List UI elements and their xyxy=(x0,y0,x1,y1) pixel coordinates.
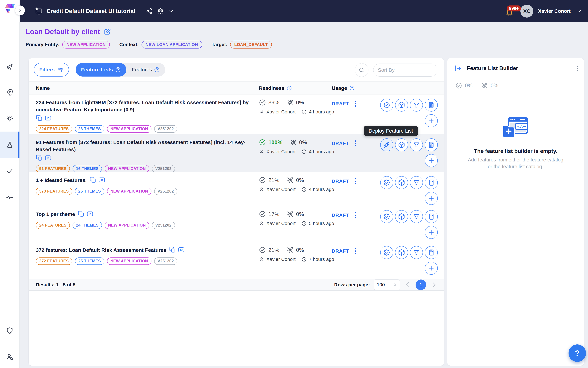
row-menu-kebab-icon[interactable] xyxy=(354,100,357,107)
copy-icon[interactable] xyxy=(169,246,176,253)
entity-badge: NEW APPLICATION xyxy=(107,188,151,195)
row-menu-kebab-icon[interactable] xyxy=(354,212,357,219)
add-to-builder-button[interactable] xyxy=(425,154,438,167)
filter-funnel-button[interactable] xyxy=(410,246,423,259)
add-to-builder-button[interactable] xyxy=(425,262,438,275)
usage-value: 0% xyxy=(296,211,304,217)
cube-icon xyxy=(398,141,405,148)
row-menu-kebab-icon[interactable] xyxy=(354,177,357,185)
id-badge-icon[interactable] xyxy=(45,155,52,161)
settings-gear-icon[interactable] xyxy=(157,8,164,15)
share-icon[interactable] xyxy=(146,8,153,15)
readiness-check-circle-icon xyxy=(259,246,266,254)
compute-calculator-button[interactable] xyxy=(425,176,438,189)
governance-shield-icon[interactable] xyxy=(6,327,14,334)
id-badge-icon[interactable] xyxy=(87,211,93,217)
updated-time: 7 hours ago xyxy=(309,257,334,262)
builder-bar-arrow-icon[interactable] xyxy=(454,64,462,73)
compute-calculator-button[interactable] xyxy=(425,246,438,259)
tab-features[interactable]: Features xyxy=(126,63,165,76)
feature-list-name[interactable]: Top 1 per theme xyxy=(36,211,75,217)
table-row[interactable]: Top 1 per theme 24 FEATURES 24 THEMES NE… xyxy=(29,206,444,242)
quality-rosette-button[interactable] xyxy=(380,176,393,189)
cube-icon xyxy=(398,249,405,256)
results-count: Results: 1 - 5 of 5 xyxy=(36,282,75,287)
filters-button[interactable]: Filters xyxy=(34,63,69,76)
copy-icon[interactable] xyxy=(89,176,96,183)
id-badge-icon[interactable] xyxy=(98,176,105,183)
filter-funnel-button[interactable] xyxy=(410,138,423,151)
compute-calculator-button[interactable] xyxy=(425,210,438,223)
package-cube-button[interactable] xyxy=(395,210,408,223)
column-name: Name xyxy=(36,82,50,95)
copy-icon[interactable] xyxy=(36,115,43,121)
calculator-icon xyxy=(428,249,435,256)
sidebar-expand-button[interactable] xyxy=(15,5,25,15)
quality-rosette-button[interactable] xyxy=(380,210,393,223)
copy-icon[interactable] xyxy=(78,211,85,217)
help-fab-button[interactable]: ? xyxy=(569,344,586,362)
id-badge-icon[interactable] xyxy=(45,115,52,121)
search-button[interactable] xyxy=(355,63,368,77)
package-cube-button[interactable] xyxy=(395,246,408,259)
add-to-builder-button[interactable] xyxy=(425,114,438,127)
builder-stats: 0% 0% xyxy=(455,82,498,89)
filter-funnel-button[interactable] xyxy=(410,99,423,111)
package-cube-button[interactable] xyxy=(395,99,408,111)
ideate-lightbulb-icon[interactable] xyxy=(6,115,14,123)
tab-feature-lists[interactable]: Feature Lists xyxy=(76,63,126,76)
info-icon[interactable] xyxy=(286,85,292,91)
catalog-chevron-down-icon[interactable] xyxy=(168,8,174,14)
id-badge-icon[interactable] xyxy=(178,246,185,253)
version-badge: V251202 xyxy=(152,221,175,229)
cube-icon xyxy=(398,179,405,186)
help-question-icon[interactable] xyxy=(349,85,355,91)
approve-check-icon[interactable] xyxy=(6,167,14,175)
explore-telescope-icon[interactable] xyxy=(6,63,14,70)
builder-empty-title: The feature list builder is empty. xyxy=(447,148,584,154)
user-avatar[interactable]: XC xyxy=(520,5,533,18)
usage-value: 0% xyxy=(296,247,304,253)
package-cube-button[interactable] xyxy=(395,176,408,189)
monitor-activity-icon[interactable] xyxy=(6,193,14,201)
quality-rosette-button[interactable] xyxy=(380,246,393,259)
ai-brain-gear-icon[interactable] xyxy=(6,88,14,96)
experiment-flask-icon[interactable] xyxy=(6,141,14,149)
row-menu-kebab-icon[interactable] xyxy=(354,247,357,255)
sort-by-field[interactable] xyxy=(373,64,437,76)
rows-per-page-select[interactable]: 100 xyxy=(374,279,400,290)
feature-list-name[interactable]: 224 Features from LightGBM [372 features… xyxy=(36,99,254,113)
feature-list-name[interactable]: 1 + Ideated Features. xyxy=(36,177,87,183)
table-row[interactable]: 372 features: Loan Default Risk Assessme… xyxy=(29,242,444,279)
clock-icon xyxy=(301,187,307,192)
filter-funnel-button[interactable] xyxy=(410,176,423,189)
next-page-chevron-icon[interactable] xyxy=(430,281,438,289)
builder-menu-kebab-icon[interactable] xyxy=(576,65,579,72)
row-menu-kebab-icon[interactable] xyxy=(354,140,357,147)
funnel-icon xyxy=(413,101,420,109)
feature-list-name[interactable]: 372 features: Loan Default Risk Assessme… xyxy=(36,247,166,253)
compute-calculator-button[interactable] xyxy=(425,138,438,151)
user-search-icon[interactable] xyxy=(6,353,14,361)
page-number-button[interactable]: 1 xyxy=(416,279,426,290)
previous-page-chevron-icon[interactable] xyxy=(404,281,411,289)
add-to-builder-button[interactable] xyxy=(425,226,438,239)
features-count-badge: 91 FEATURES xyxy=(36,165,70,172)
edit-title-pencil-icon[interactable] xyxy=(103,28,111,36)
catalog-title[interactable]: Credit Default Dataset UI tutorial xyxy=(47,8,135,14)
sort-by-input[interactable] xyxy=(378,67,444,73)
package-cube-button[interactable] xyxy=(395,138,408,151)
quality-rosette-button[interactable] xyxy=(380,99,393,111)
table-row[interactable]: 91 Features from [372 features: Loan Def… xyxy=(29,134,444,172)
feature-list-name[interactable]: 91 Features from [372 features: Loan Def… xyxy=(36,139,254,153)
filter-funnel-button[interactable] xyxy=(410,210,423,223)
entity-badge: NEW APPLICATION xyxy=(107,258,151,265)
compute-calculator-button[interactable] xyxy=(425,99,438,111)
table-row[interactable]: 1 + Ideated Features. 373 FEATURES 26 TH… xyxy=(29,172,444,206)
user-menu-chevron-down-icon[interactable] xyxy=(576,8,582,14)
add-to-builder-button[interactable] xyxy=(425,192,438,205)
copy-icon[interactable] xyxy=(36,155,43,161)
notifications-button[interactable]: 999+ xyxy=(505,5,516,17)
builder-usage-value: 0% xyxy=(491,83,498,89)
deploy-rocket-button[interactable] xyxy=(380,138,393,151)
